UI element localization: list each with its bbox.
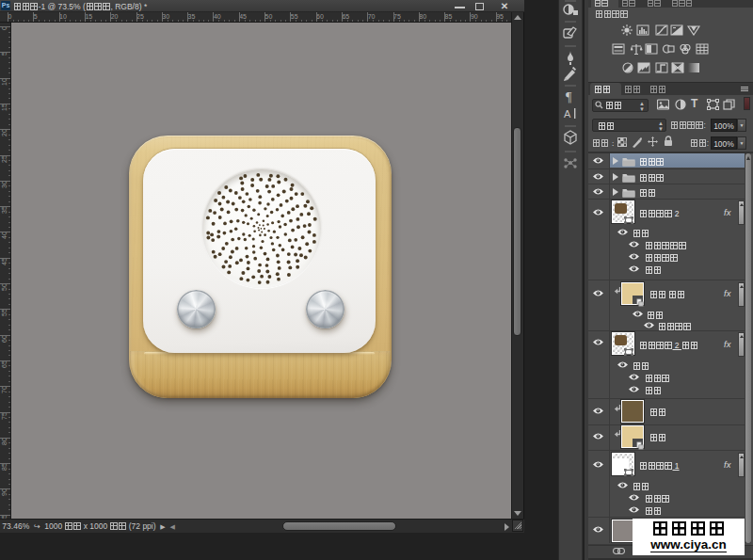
svg-text:¶: ¶: [566, 90, 572, 104]
svg-text:A: A: [564, 108, 571, 120]
